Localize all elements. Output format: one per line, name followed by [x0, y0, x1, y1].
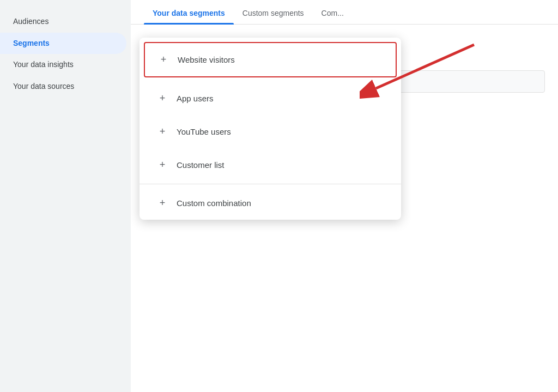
dropdown-item-customer-list[interactable]: + Customer list — [140, 148, 401, 182]
plus-icon-custom-combination: + — [157, 197, 168, 209]
plus-icon-app-users: + — [157, 93, 168, 104]
dropdown-label-customer-list: Customer list — [177, 160, 225, 170]
dropdown-label-website-visitors: Website visitors — [178, 55, 235, 64]
sidebar: Audiences Segments Your data insights Yo… — [0, 0, 131, 392]
dropdown-label-app-users: App users — [177, 94, 214, 103]
main-content: Your data segments Custom segments Com..… — [131, 0, 558, 392]
dropdown-item-youtube-users[interactable]: + YouTube users — [140, 115, 401, 148]
plus-icon-customer-list: + — [157, 159, 168, 171]
dropdown-menu: + Website visitors + App users + YouTube… — [140, 38, 401, 220]
dropdown-item-app-users[interactable]: + App users — [140, 82, 401, 115]
sidebar-item-segments[interactable]: Segments — [0, 33, 126, 55]
dropdown-divider — [140, 184, 401, 184]
dropdown-item-custom-combination[interactable]: + Custom combination — [140, 186, 401, 220]
tab-combined[interactable]: Com... — [313, 0, 353, 24]
tab-your-data-segments[interactable]: Your data segments — [144, 0, 234, 24]
content-area: a sources on your conversion tracking t.… — [131, 25, 558, 392]
plus-icon-youtube-users: + — [157, 126, 168, 137]
dropdown-item-website-visitors[interactable]: + Website visitors — [144, 42, 397, 77]
sidebar-item-your-data-sources[interactable]: Your data sources — [0, 76, 126, 98]
plus-icon-website-visitors: + — [158, 54, 169, 65]
sidebar-item-audiences[interactable]: Audiences — [0, 11, 126, 33]
tab-custom-segments[interactable]: Custom segments — [234, 0, 313, 24]
sidebar-item-your-data-insights[interactable]: Your data insights — [0, 54, 126, 76]
tabs-bar: Your data segments Custom segments Com..… — [131, 0, 558, 25]
dropdown-label-custom-combination: Custom combination — [177, 198, 251, 208]
dropdown-label-youtube-users: YouTube users — [177, 127, 231, 136]
